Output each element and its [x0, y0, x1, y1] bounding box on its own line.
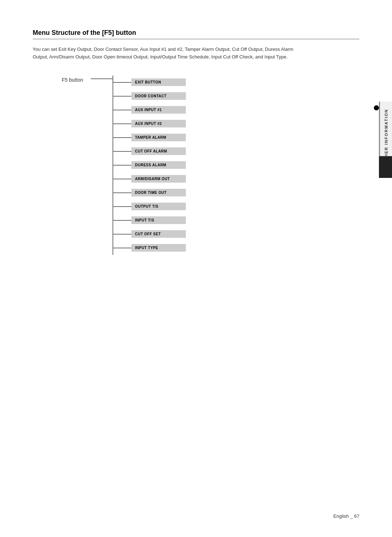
menu-item-row-cut-off-set: CUT OFF SET: [113, 227, 186, 241]
h-line-exit-button: [113, 82, 131, 83]
sidebar-bullet: [374, 105, 379, 110]
menu-item-row-input-ts: INPUT T/S: [113, 213, 186, 227]
menu-box-input-type: INPUT TYPE: [131, 244, 186, 252]
h-line-door-time-out: [113, 192, 131, 193]
h-line-cut-off-alarm: [113, 151, 131, 152]
menu-item-row-arm-disarm-out: ARM/DISARM OUT: [113, 172, 186, 186]
h-line-aux-input-2: [113, 123, 131, 124]
h-line-input-ts: [113, 220, 131, 221]
menu-item-row-door-contact: DOOR CONTACT: [113, 89, 186, 103]
h-line-cut-off-set: [113, 234, 131, 235]
page-footer: English _ 67: [333, 513, 359, 519]
menu-item-row-duress-alarm: DURESS ALARM: [113, 158, 186, 172]
h-line-duress-alarm: [113, 165, 131, 166]
menu-item-row-aux-input-2: AUX INPUT #2: [113, 117, 186, 131]
menu-box-aux-input-1: AUX INPUT #1: [131, 106, 186, 114]
menu-item-row-cut-off-alarm: CUT OFF ALARM: [113, 145, 186, 158]
menu-item-row-output-ts: OUTPUT T/S: [113, 200, 186, 213]
menu-item-row-exit-button: EXIT BUTTON: [113, 76, 186, 89]
menu-box-duress-alarm: DURESS ALARM: [131, 161, 186, 169]
menu-item-row-input-type: INPUT TYPE: [113, 241, 186, 255]
tree-wrapper: EXIT BUTTONDOOR CONTACTAUX INPUT #1AUX I…: [113, 76, 186, 255]
h-line-input-type: [113, 248, 131, 248]
h-line-aux-input-1: [113, 110, 131, 110]
f5-button-label: F5 button: [62, 76, 91, 83]
menu-box-cut-off-set: CUT OFF SET: [131, 230, 186, 238]
menu-item-row-tamper-alarm: TAMPER ALARM: [113, 131, 186, 145]
menu-item-row-aux-input-1: AUX INPUT #1: [113, 103, 186, 117]
menu-box-door-contact: DOOR CONTACT: [131, 92, 186, 100]
section-title: Menu Structure of the [F5] button: [33, 29, 359, 39]
h-line-tamper-alarm: [113, 137, 131, 138]
sidebar-dark-bar: [379, 156, 392, 178]
section-description: You can set Exit Key Output, Door Contac…: [33, 46, 294, 61]
menu-box-arm-disarm-out: ARM/DISARM OUT: [131, 175, 186, 183]
menu-box-output-ts: OUTPUT T/S: [131, 203, 186, 210]
menu-box-tamper-alarm: TAMPER ALARM: [131, 134, 186, 141]
menu-items-list: EXIT BUTTONDOOR CONTACTAUX INPUT #1AUX I…: [113, 76, 186, 255]
page-container: Menu Structure of the [F5] button You ca…: [0, 0, 392, 537]
right-sidebar: OTHER INFORMATION: [377, 0, 392, 537]
menu-box-input-ts: INPUT T/S: [131, 216, 186, 224]
menu-box-cut-off-alarm: CUT OFF ALARM: [131, 147, 186, 155]
menu-box-exit-button: EXIT BUTTON: [131, 78, 186, 86]
menu-box-door-time-out: DOOR TIME OUT: [131, 189, 186, 196]
menu-item-row-door-time-out: DOOR TIME OUT: [113, 186, 186, 200]
h-connector-main: [91, 78, 113, 79]
vertical-spine: [113, 76, 113, 255]
diagram-area: F5 button EXIT BUTTONDOOR CONTACTAUX INP…: [62, 76, 359, 255]
h-line-output-ts: [113, 206, 131, 207]
menu-box-aux-input-2: AUX INPUT #2: [131, 120, 186, 127]
h-line-arm-disarm-out: [113, 179, 131, 179]
h-line-door-contact: [113, 96, 131, 97]
